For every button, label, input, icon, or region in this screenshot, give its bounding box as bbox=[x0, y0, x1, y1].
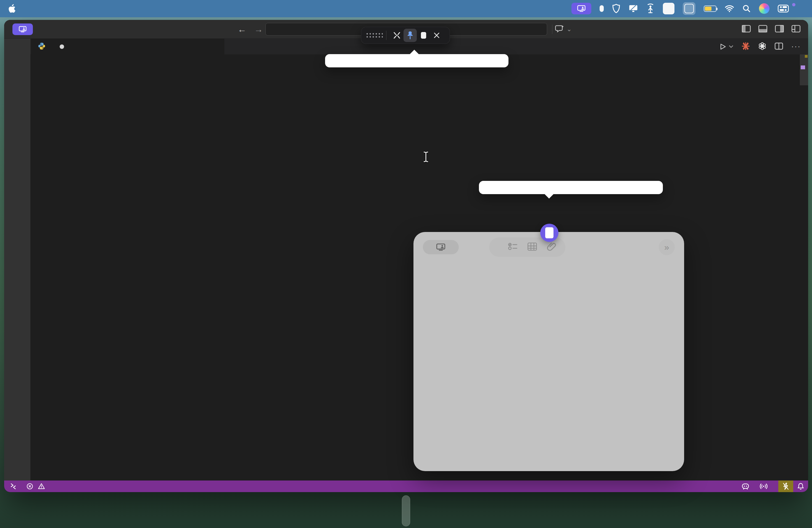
warning-marker bbox=[805, 55, 808, 58]
problems-indicator[interactable] bbox=[26, 483, 47, 490]
presenter-toolbar bbox=[361, 27, 450, 44]
scrollbar-thumb[interactable] bbox=[800, 54, 808, 85]
table-button[interactable] bbox=[527, 242, 537, 252]
toolbar-tooltip bbox=[325, 54, 508, 68]
chevron-down-icon[interactable]: ⌄ bbox=[567, 26, 572, 33]
split-editor-icon[interactable] bbox=[775, 42, 783, 51]
laser-pointer-button[interactable] bbox=[390, 29, 404, 42]
notes-share-button[interactable] bbox=[423, 240, 459, 254]
screen-app-icon[interactable] bbox=[683, 2, 695, 15]
titlebar-presentation-pill[interactable] bbox=[12, 24, 33, 35]
activity-bar bbox=[4, 39, 30, 481]
layout-customize-icon[interactable] bbox=[792, 25, 800, 34]
stop-rectangle-button[interactable] bbox=[417, 29, 430, 42]
text-cursor-pointer bbox=[423, 151, 429, 163]
selection-marker bbox=[801, 65, 805, 69]
vscode-window: ← → ⌄ bbox=[4, 20, 808, 492]
shield-icon[interactable] bbox=[612, 4, 620, 14]
run-button[interactable] bbox=[719, 43, 733, 50]
more-actions-icon[interactable]: ··· bbox=[791, 42, 801, 51]
wifi-icon[interactable] bbox=[725, 5, 734, 12]
python-file-icon bbox=[38, 42, 46, 52]
copilot-chat-icon[interactable] bbox=[555, 25, 564, 34]
control-center-icon[interactable] bbox=[778, 5, 789, 12]
presentation-active-icon[interactable] bbox=[571, 3, 591, 14]
tab-modified-dot[interactable] bbox=[60, 44, 64, 49]
extension-starburst-icon[interactable] bbox=[742, 42, 750, 52]
tab-untitled-1[interactable] bbox=[31, 39, 224, 54]
layout-sidebar-right-icon[interactable] bbox=[775, 25, 784, 34]
dock bbox=[402, 495, 410, 526]
menu-calendar-icon[interactable] bbox=[663, 3, 675, 14]
siri-icon[interactable] bbox=[759, 3, 769, 14]
no-flash-icon[interactable] bbox=[778, 481, 793, 492]
remote-indicator[interactable] bbox=[10, 483, 17, 490]
collapse-chevrons-button[interactable]: » bbox=[659, 239, 675, 255]
antenna-icon[interactable] bbox=[646, 4, 655, 14]
notifications-bell-icon[interactable] bbox=[793, 481, 808, 492]
notes-app-icon bbox=[545, 227, 553, 238]
layout-panel-icon[interactable] bbox=[758, 25, 767, 34]
spotlight-icon[interactable] bbox=[742, 4, 751, 13]
menu-bar bbox=[0, 0, 812, 17]
recording-dot-icon[interactable] bbox=[599, 5, 604, 12]
attachment-button[interactable] bbox=[547, 242, 556, 252]
pin-tooltip bbox=[479, 181, 663, 194]
layout-sidebar-left-icon[interactable] bbox=[742, 25, 751, 34]
pin-window-button[interactable] bbox=[404, 29, 417, 42]
pinned-note-badge[interactable] bbox=[540, 224, 559, 242]
close-toolbar-button[interactable] bbox=[430, 29, 443, 42]
copilot-status-icon[interactable] bbox=[741, 482, 750, 490]
status-bar bbox=[4, 481, 808, 492]
apple-logo-icon[interactable] bbox=[8, 4, 15, 13]
checklist-button[interactable] bbox=[508, 242, 518, 252]
battery-icon[interactable] bbox=[704, 5, 716, 12]
language-mode[interactable] bbox=[725, 482, 731, 490]
notes-window[interactable]: » bbox=[414, 232, 684, 471]
drag-handle[interactable] bbox=[366, 32, 383, 39]
display-icon[interactable] bbox=[628, 4, 638, 13]
editor-scrollbar[interactable] bbox=[800, 54, 808, 481]
notification-dot bbox=[792, 3, 795, 6]
openai-icon[interactable] bbox=[758, 42, 766, 52]
nav-back-icon[interactable]: ← bbox=[237, 24, 246, 34]
go-live-button[interactable] bbox=[759, 483, 770, 490]
nav-forward-icon[interactable]: → bbox=[254, 24, 263, 34]
